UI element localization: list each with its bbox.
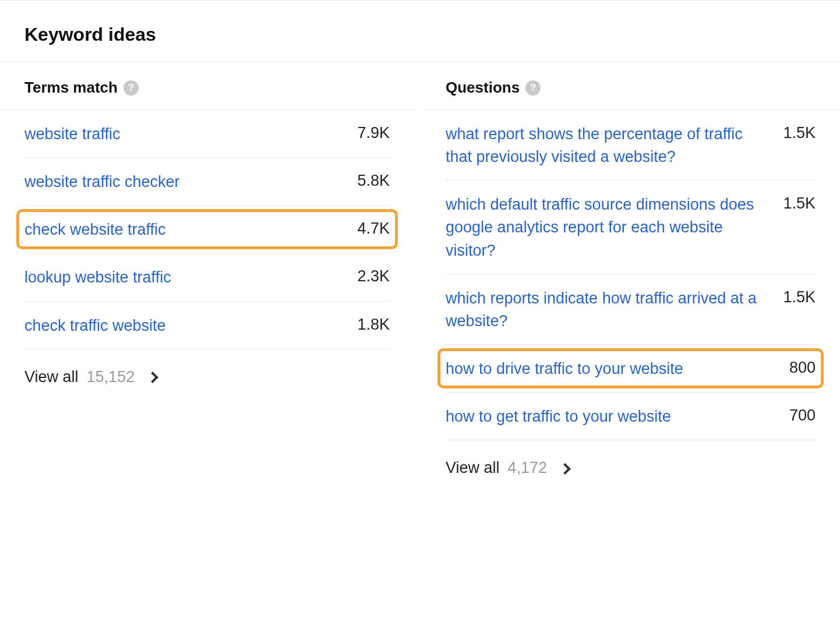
keyword-row: check website traffic4.7K xyxy=(24,206,390,253)
questions-label: Questions xyxy=(446,79,520,97)
view-all-count: 4,172 xyxy=(508,459,548,477)
keyword-row: how to get traffic to your website700 xyxy=(446,393,816,440)
keyword-volume: 7.9K xyxy=(357,123,390,142)
questions-view-all[interactable]: View all 4,172 xyxy=(426,440,840,477)
keyword-row: check traffic website1.8K xyxy=(24,302,390,349)
keyword-link[interactable]: website traffic xyxy=(24,123,340,146)
view-all-label: View all xyxy=(24,368,79,386)
keyword-row: how to drive traffic to your website800 xyxy=(446,345,816,393)
keyword-link[interactable]: which default traffic source dimensions … xyxy=(446,193,765,261)
keyword-link[interactable]: lookup website traffic xyxy=(24,266,340,289)
keyword-row: website traffic7.9K xyxy=(24,110,390,158)
keyword-link[interactable]: website traffic checker xyxy=(24,171,340,193)
columns: Terms match ? website traffic7.9Kwebsite… xyxy=(0,62,840,477)
questions-header: Questions ? xyxy=(426,62,840,110)
keyword-volume: 1.5K xyxy=(783,287,816,306)
terms-rows: website traffic7.9Kwebsite traffic check… xyxy=(0,110,414,349)
keyword-volume: 1.5K xyxy=(783,193,816,213)
keyword-row: which default traffic source dimensions … xyxy=(446,181,816,274)
chevron-right-icon xyxy=(147,372,158,383)
keyword-link[interactable]: how to drive traffic to your website xyxy=(446,358,772,380)
view-all-label: View all xyxy=(446,459,500,477)
keyword-row: which reports indicate how traffic arriv… xyxy=(446,274,816,345)
questions-column: Questions ? what report shows the percen… xyxy=(420,62,840,477)
panel-title: Keyword ideas xyxy=(0,1,840,62)
help-icon[interactable]: ? xyxy=(525,80,541,96)
terms-match-header: Terms match ? xyxy=(0,62,414,110)
keyword-volume: 700 xyxy=(789,405,816,425)
keyword-volume: 4.7K xyxy=(357,218,390,238)
terms-match-column: Terms match ? website traffic7.9Kwebsite… xyxy=(0,62,420,477)
terms-match-label: Terms match xyxy=(24,79,118,97)
questions-rows: what report shows the percentage of traf… xyxy=(426,110,840,440)
chevron-right-icon xyxy=(559,463,571,475)
keyword-link[interactable]: how to get traffic to your website xyxy=(446,405,772,428)
terms-view-all[interactable]: View all 15,152 xyxy=(0,349,414,386)
view-all-count: 15,152 xyxy=(87,368,135,386)
keyword-volume: 5.8K xyxy=(357,171,390,190)
keyword-ideas-panel: Keyword ideas Terms match ? website traf… xyxy=(0,0,840,477)
help-icon[interactable]: ? xyxy=(123,80,139,96)
keyword-link[interactable]: which reports indicate how traffic arriv… xyxy=(446,287,765,333)
keyword-volume: 800 xyxy=(789,358,816,377)
keyword-row: what report shows the percentage of traf… xyxy=(446,110,816,181)
keyword-row: website traffic checker5.8K xyxy=(24,158,390,206)
keyword-link[interactable]: what report shows the percentage of traf… xyxy=(446,123,765,168)
keyword-link[interactable]: check traffic website xyxy=(24,314,340,337)
keyword-row: lookup website traffic2.3K xyxy=(24,253,390,301)
keyword-volume: 2.3K xyxy=(357,266,390,285)
keyword-volume: 1.5K xyxy=(783,123,816,142)
keyword-link[interactable]: check website traffic xyxy=(24,218,340,241)
keyword-volume: 1.8K xyxy=(357,314,390,334)
